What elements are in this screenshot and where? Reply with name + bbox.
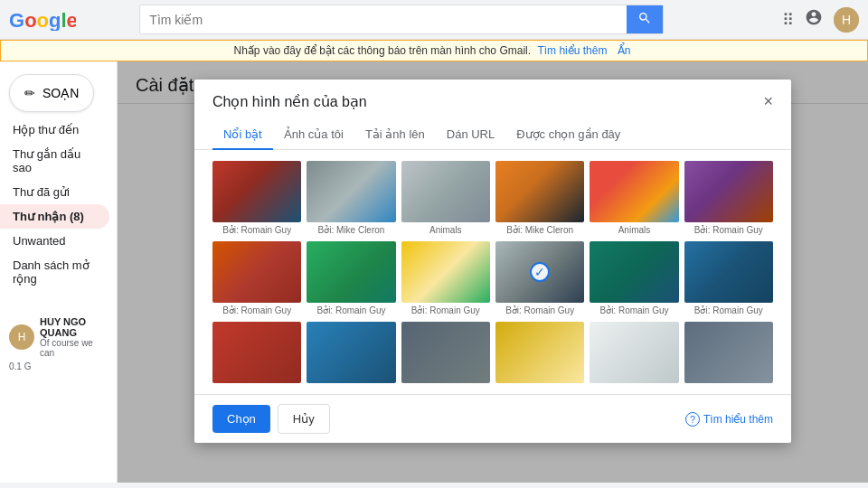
image-label-4: Animals — [618, 225, 651, 236]
dialog-footer: Chọn Hủy ? Tìm hiểu thêm — [194, 394, 791, 443]
image-item-14[interactable] — [401, 322, 490, 383]
image-label-2: Animals — [429, 225, 462, 236]
tab-paste-url[interactable]: Dán URL — [436, 120, 505, 150]
sidebar-item-unwanted-label: Unwanted — [13, 234, 66, 248]
image-item-4[interactable]: Animals — [590, 161, 678, 236]
image-thumb-5 — [684, 161, 773, 222]
image-thumb-3 — [495, 161, 584, 222]
main-layout: ✏ SOẠN Hộp thư đến Thư gắn dấu sao Thư đ… — [0, 61, 868, 483]
compose-button[interactable]: ✏ SOẠN — [9, 74, 94, 112]
image-thumb-12 — [212, 322, 301, 383]
tab-recent[interactable]: Được chọn gần đây — [505, 120, 631, 150]
dialog-tabs: Nổi bật Ảnh của tôi Tải ảnh lên Dán URL … — [194, 120, 791, 150]
sidebar-item-drafts[interactable]: Thư nhận (8) — [0, 204, 109, 229]
sidebar-avatar: H — [9, 324, 34, 350]
search-input[interactable] — [140, 7, 627, 33]
image-item-0[interactable]: Bởi: Romain Guy — [212, 161, 301, 236]
sidebar-item-more-label: Danh sách mở rộng — [13, 258, 90, 286]
image-item-8[interactable]: Bởi: Romain Guy — [401, 241, 490, 316]
notification-bar: Nhấp vào đây để bật các thông báo trên m… — [0, 40, 868, 61]
image-item-7[interactable]: Bởi: Romain Guy — [307, 241, 395, 316]
image-grid: Bởi: Romain GuyBởi: Mike CleronAnimalsBở… — [194, 150, 791, 394]
help-label: Tìm hiểu thêm — [703, 413, 773, 426]
help-link[interactable]: ? Tìm hiểu thêm — [685, 412, 773, 427]
image-item-9[interactable]: ✓Bởi: Romain Guy — [495, 241, 584, 316]
image-item-11[interactable]: Bởi: Romain Guy — [684, 241, 773, 316]
sidebar-item-inbox-label: Hộp thư đến — [13, 123, 79, 136]
image-thumb-11 — [684, 241, 773, 303]
compose-icon: ✏ — [24, 86, 35, 100]
image-item-5[interactable]: Bởi: Romain Guy — [684, 161, 773, 236]
cancel-button[interactable]: Hủy — [278, 404, 330, 434]
image-item-16[interactable] — [590, 322, 678, 383]
apps-button[interactable]: ⠿ — [782, 10, 794, 30]
dialog-title: Chọn hình nền của bạn — [212, 93, 367, 110]
svg-text:H: H — [842, 13, 851, 27]
dialog-header: Chọn hình nền của bạn × — [194, 80, 791, 111]
image-label-8: Bởi: Romain Guy — [411, 305, 480, 316]
choose-button[interactable]: Chọn — [212, 405, 270, 433]
image-thumb-6 — [212, 241, 301, 303]
notif-learn-more[interactable]: Tìm hiểu thêm — [537, 44, 607, 57]
image-item-1[interactable]: Bởi: Mike Cleron — [307, 161, 395, 236]
image-item-6[interactable]: Bởi: Romain Guy — [212, 241, 301, 316]
top-bar: Google ⠿ H — [0, 0, 868, 40]
image-item-10[interactable]: Bởi: Romain Guy — [590, 241, 678, 316]
notif-text: Nhấp vào đây để bật các thông báo trên m… — [234, 44, 532, 57]
tab-featured[interactable]: Nổi bật — [212, 120, 273, 150]
image-thumb-2 — [401, 161, 490, 222]
sidebar-user-email: Of course we can — [40, 338, 108, 358]
user-avatar[interactable]: H — [834, 7, 859, 33]
image-item-15[interactable] — [495, 322, 584, 383]
image-thumb-1 — [307, 161, 395, 222]
compose-label: SOẠN — [42, 86, 79, 100]
image-thumb-7 — [307, 241, 395, 303]
svg-text:Google: Google — [9, 9, 76, 31]
image-thumb-13 — [307, 322, 395, 383]
dialog-overlay: Chọn hình nền của bạn × Nổi bật Ảnh của … — [118, 61, 868, 483]
image-label-1: Bởi: Mike Cleron — [318, 225, 385, 236]
image-thumb-15 — [495, 322, 584, 383]
image-item-2[interactable]: Animals — [401, 161, 490, 236]
sidebar-item-sent[interactable]: Thư đã gửi — [0, 180, 109, 204]
selected-check-9: ✓ — [530, 262, 550, 282]
tab-my-photos[interactable]: Ảnh của tôi — [273, 120, 354, 150]
sidebar-item-more[interactable]: Danh sách mở rộng — [0, 253, 109, 291]
storage-info: H HUY NGO QUANG Of course we can 0.1 G — [0, 309, 117, 379]
image-item-13[interactable] — [307, 322, 395, 383]
sidebar: ✏ SOẠN Hộp thư đến Thư gắn dấu sao Thư đ… — [0, 61, 118, 483]
image-label-0: Bởi: Romain Guy — [222, 225, 291, 236]
help-icon: ? — [685, 412, 700, 427]
image-label-5: Bởi: Romain Guy — [694, 225, 763, 236]
notif-hide[interactable]: Ẩn — [618, 44, 631, 57]
image-label-9: Bởi: Romain Guy — [505, 305, 574, 316]
image-thumb-8 — [401, 241, 490, 303]
image-item-12[interactable] — [212, 322, 301, 383]
image-label-7: Bởi: Romain Guy — [316, 305, 385, 316]
sidebar-item-inbox[interactable]: Hộp thư đến — [0, 117, 109, 142]
sidebar-user-name: HUY NGO QUANG — [40, 316, 108, 338]
account-button[interactable] — [805, 8, 823, 31]
sidebar-item-sent-label: Thư đã gửi — [13, 185, 70, 199]
image-item-3[interactable]: Bởi: Mike Cleron — [495, 161, 584, 236]
tab-upload[interactable]: Tải ảnh lên — [354, 120, 436, 150]
sidebar-item-starred[interactable]: Thư gắn dấu sao — [0, 142, 109, 180]
image-item-17[interactable] — [684, 322, 773, 383]
wallpaper-dialog: Chọn hình nền của bạn × Nổi bật Ảnh của … — [194, 80, 791, 443]
sidebar-item-unwanted[interactable]: Unwanted — [0, 229, 109, 253]
top-right-actions: ⠿ H — [782, 7, 859, 33]
image-thumb-10 — [590, 241, 678, 303]
image-thumb-14 — [401, 322, 490, 383]
image-thumb-16 — [590, 322, 678, 383]
content-area: Cài đặt Chọn hình nền của bạn × Nổi bật … — [118, 61, 868, 483]
image-label-3: Bởi: Mike Cleron — [506, 225, 573, 236]
storage-text: 0.1 G — [9, 361, 108, 371]
image-label-6: Bởi: Romain Guy — [222, 305, 291, 316]
google-logo: Google — [9, 9, 76, 31]
dialog-close-button[interactable]: × — [763, 92, 773, 111]
search-button[interactable] — [627, 5, 663, 33]
image-thumb-0 — [212, 161, 301, 222]
image-thumb-17 — [684, 322, 773, 383]
sidebar-item-starred-label: Thư gắn dấu sao — [13, 147, 80, 174]
image-thumb-4 — [590, 161, 678, 222]
